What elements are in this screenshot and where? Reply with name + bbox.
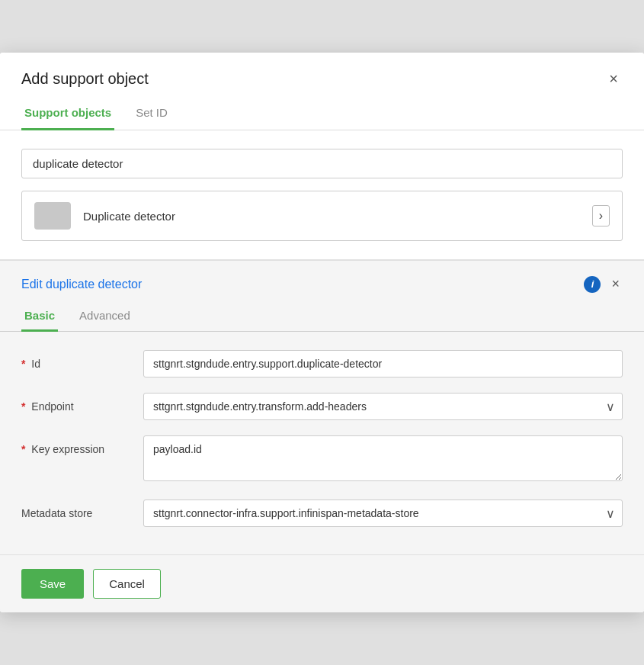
metadata-store-select[interactable]: sttgnrt.connector-infra.support.infinisp… [143, 500, 623, 527]
form-row-id: * Id [21, 350, 623, 377]
form-row-endpoint: * Endpoint sttgnrt.stgndude.entry.transf… [21, 393, 623, 420]
edit-tabs-row: Basic Advanced [0, 304, 644, 332]
edit-title: Edit duplicate detector [21, 278, 142, 291]
id-input[interactable] [143, 350, 623, 377]
modal-title: Add support object [21, 70, 149, 88]
search-input[interactable] [21, 149, 623, 178]
info-icon[interactable]: i [584, 276, 601, 293]
tab-basic[interactable]: Basic [21, 304, 58, 332]
id-label: * Id [21, 350, 143, 370]
form-row-metadata-store: Metadata store sttgnrt.connector-infra.s… [21, 500, 623, 527]
key-expression-label: * Key expression [21, 435, 143, 455]
cancel-button[interactable]: Cancel [93, 569, 161, 599]
metadata-store-label: Metadata store [21, 500, 143, 519]
key-expression-input[interactable]: payload.id [143, 435, 623, 481]
tab-set-id[interactable]: Set ID [133, 100, 171, 130]
endpoint-label: * Endpoint [21, 393, 143, 413]
result-list: Duplicate detector › [0, 191, 644, 259]
top-tabs-row: Support objects Set ID [0, 100, 644, 130]
edit-header: Edit duplicate detector i × [0, 261, 644, 304]
list-item[interactable]: Duplicate detector › [21, 191, 623, 241]
tab-advanced[interactable]: Advanced [76, 304, 133, 332]
save-button[interactable]: Save [21, 569, 84, 599]
form-row-key-expression: * Key expression payload.id [21, 435, 623, 484]
modal-close-button[interactable]: × [604, 69, 623, 88]
form-area: * Id * Endpoint sttgnrt.stgndude.entry.t… [0, 332, 644, 554]
edit-close-button[interactable]: × [608, 275, 623, 294]
bottom-section: Edit duplicate detector i × Basic Advanc… [0, 259, 644, 612]
tab-support-objects[interactable]: Support objects [21, 100, 114, 130]
footer-area: Save Cancel [0, 554, 644, 612]
result-icon [34, 202, 71, 230]
result-label: Duplicate detector [83, 210, 175, 223]
endpoint-select[interactable]: sttgnrt.stgndude.entry.transform.add-hea… [143, 393, 623, 420]
top-section: Add support object × Support objects Set… [0, 53, 644, 259]
search-area [0, 130, 644, 191]
modal-header: Add support object × [0, 53, 644, 100]
modal-container: Add support object × Support objects Set… [0, 53, 644, 612]
result-chevron-icon[interactable]: › [592, 205, 610, 226]
